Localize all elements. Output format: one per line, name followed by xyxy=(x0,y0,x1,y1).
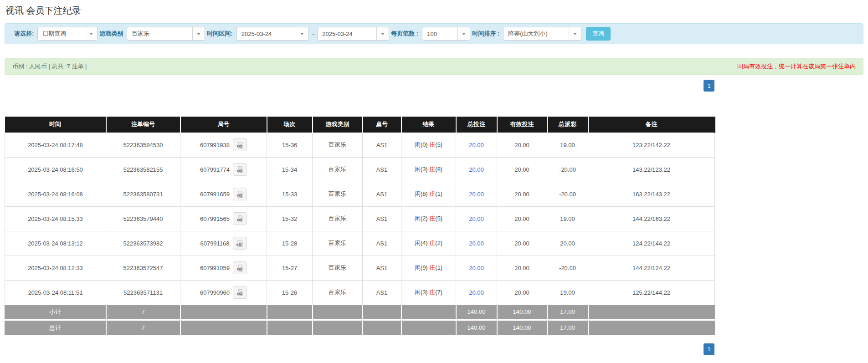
cell-payout: 19.00 xyxy=(547,206,588,231)
date-from-select[interactable]: 2025-03-24 xyxy=(236,27,308,41)
header-total-bet: 总投注 xyxy=(456,117,497,133)
video-file-icon xyxy=(236,191,244,198)
subtotal-label: 小计 xyxy=(5,305,106,319)
cell-result: 闲(4) 庄(2) xyxy=(401,231,456,256)
date-to-select[interactable]: 2025-03-24 xyxy=(317,27,389,41)
video-replay-button[interactable] xyxy=(233,188,247,200)
cell-valid-bet: 20.00 xyxy=(497,256,547,280)
subtotal-payout: 17.00 xyxy=(547,305,588,319)
cell-time: 2025-03-24 08:17:48 xyxy=(5,133,106,157)
total-count: 7 xyxy=(106,321,180,335)
total-bet-link[interactable]: 20.00 xyxy=(469,191,484,198)
total-bet-link[interactable]: 20.00 xyxy=(469,240,484,247)
cell-bet-id: 522363571131 xyxy=(106,280,180,305)
query-type-label: 请选择: xyxy=(14,30,34,38)
header-round-id: 局号 xyxy=(180,117,267,133)
cell-table-no: AS1 xyxy=(363,206,401,231)
header-bet-id: 注单编号 xyxy=(106,117,180,133)
pagination-top: 1 xyxy=(5,80,714,92)
total-bet-link[interactable]: 20.00 xyxy=(469,142,484,148)
result-player: 闲 xyxy=(415,240,421,246)
time-sort-label: 时间排序 : xyxy=(472,30,499,38)
time-range-label: 时间区间: xyxy=(207,30,232,38)
cell-round-id: 607991168 xyxy=(180,231,267,256)
header-remark: 备注 xyxy=(588,117,715,133)
cell-session: 15-26 xyxy=(267,280,313,305)
table-row: 2025-03-24 08:11:51 522363571131 6079909… xyxy=(5,280,715,305)
video-replay-button[interactable] xyxy=(233,163,247,176)
cell-bet-id: 522363572547 xyxy=(106,256,180,280)
range-tilde: ~ xyxy=(311,31,315,37)
cell-result: 闲(3) 庄(8) xyxy=(401,157,456,182)
round-id-value: 607991659 xyxy=(200,191,230,198)
header-result: 结果 xyxy=(401,117,456,133)
chevron-down-icon xyxy=(376,27,389,40)
cell-table-no: AS1 xyxy=(363,182,401,206)
video-replay-button[interactable] xyxy=(233,237,247,250)
page-title: 视讯 会员下注纪录 xyxy=(5,5,863,17)
game-type-select[interactable]: 百家乐 xyxy=(127,27,205,41)
bets-table: 时间 注单编号 局号 场次 游戏类别 桌号 结果 总投注 有效投注 总派彩 备注… xyxy=(5,117,715,335)
currency-total-text: 币别 : 人民币 | 总共 :7 注单 | xyxy=(12,62,87,71)
cell-bet-id: 522363573982 xyxy=(106,231,180,256)
result-player-score: (9) xyxy=(421,264,428,271)
subtotal-total-bet: 140.00 xyxy=(456,305,497,319)
page: 视讯 会员下注纪录 请选择: 日期查询 游戏类别 百家乐 时间区间: 2025-… xyxy=(0,0,868,363)
time-sort-value: 降幂(由大到小) xyxy=(503,27,569,40)
result-player-score: (3) xyxy=(421,166,428,173)
chevron-down-icon xyxy=(296,27,308,40)
cell-time: 2025-03-24 08:16:08 xyxy=(5,182,106,206)
pagination-bottom: 1 xyxy=(5,343,714,355)
cell-game: 百家乐 xyxy=(313,182,363,206)
page-size-select[interactable]: 100 xyxy=(422,27,470,41)
cell-round-id: 607990960 xyxy=(180,280,267,305)
cell-session: 15-36 xyxy=(267,133,313,157)
video-replay-button[interactable] xyxy=(233,261,247,274)
total-bet-link[interactable]: 20.00 xyxy=(469,166,484,173)
video-replay-button[interactable] xyxy=(233,212,247,225)
result-banker: 庄 xyxy=(429,190,435,197)
total-row: 总计 7 140.00 140.00 17.00 xyxy=(5,321,715,335)
video-replay-button[interactable] xyxy=(233,286,247,299)
cell-bet-id: 522363584530 xyxy=(106,133,180,157)
cell-round-id: 607991659 xyxy=(180,182,267,206)
total-bet-link[interactable]: 20.00 xyxy=(469,265,484,271)
cell-bet-id: 522363579440 xyxy=(106,206,180,231)
game-type-label: 游戏类别 xyxy=(99,30,123,38)
round-id-value: 607990960 xyxy=(200,289,230,296)
game-type-value: 百家乐 xyxy=(127,27,192,40)
cell-game: 百家乐 xyxy=(313,157,363,182)
cell-total-bet: 20.00 xyxy=(456,182,497,206)
cell-result: 闲(3) 庄(7) xyxy=(401,280,456,305)
result-banker-score: (8) xyxy=(435,166,442,173)
total-total-bet: 140.00 xyxy=(456,321,497,335)
cell-session: 15-28 xyxy=(267,231,313,256)
query-type-value: 日期查询 xyxy=(38,27,85,40)
same-round-notice: 同局有效投注，统一计算在该局第一张注单内 xyxy=(737,62,856,71)
subtotal-row: 小计 7 140.00 140.00 17.00 xyxy=(5,305,715,319)
total-bet-link[interactable]: 20.00 xyxy=(469,215,484,222)
query-type-select[interactable]: 日期查询 xyxy=(37,27,98,41)
result-banker-score: (5) xyxy=(435,215,442,222)
pagination-page-1[interactable]: 1 xyxy=(704,80,714,92)
time-sort-select[interactable]: 降幂(由大到小) xyxy=(503,27,581,41)
result-player-score: (8) xyxy=(421,190,428,197)
cell-remark: 144.22/163.22 xyxy=(588,206,715,231)
video-file-icon xyxy=(236,142,244,148)
result-banker-score: (1) xyxy=(435,190,442,197)
result-player-score: (4) xyxy=(421,240,428,246)
cell-round-id: 607991938 xyxy=(180,133,267,157)
result-banker: 庄 xyxy=(429,240,435,246)
result-banker: 庄 xyxy=(429,141,435,148)
result-banker: 庄 xyxy=(429,215,435,222)
total-bet-link[interactable]: 20.00 xyxy=(469,289,484,296)
video-replay-button[interactable] xyxy=(233,138,247,151)
cell-valid-bet: 20.00 xyxy=(497,206,547,231)
pagination-page-1[interactable]: 1 xyxy=(704,343,714,355)
table-row: 2025-03-24 08:16:08 522363580731 6079916… xyxy=(5,182,715,206)
table-header-row: 时间 注单编号 局号 场次 游戏类别 桌号 结果 总投注 有效投注 总派彩 备注 xyxy=(5,117,715,133)
cell-payout: 19.00 xyxy=(547,280,588,305)
query-button[interactable]: 查询 xyxy=(586,27,611,41)
cell-total-bet: 20.00 xyxy=(456,231,497,256)
video-file-icon xyxy=(236,240,243,247)
